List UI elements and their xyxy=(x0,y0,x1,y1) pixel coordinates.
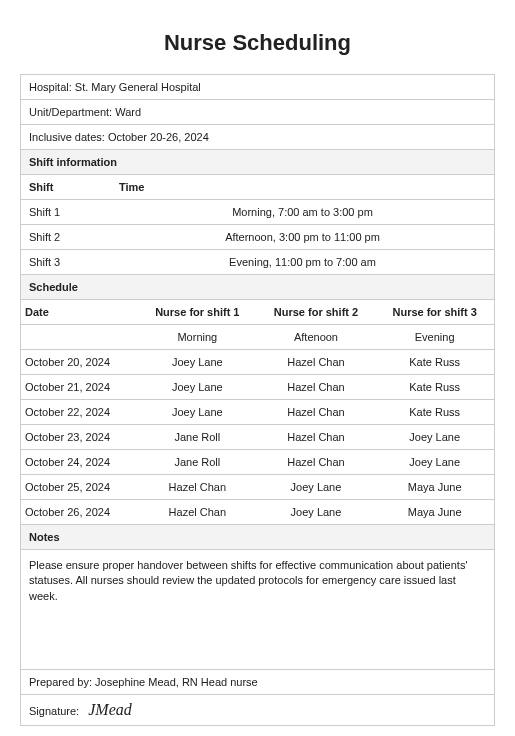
hospital-row: Hospital: St. Mary General Hospital xyxy=(21,75,494,100)
shift-info-table: Shift Time Shift 1 Morning, 7:00 am to 3… xyxy=(21,175,494,275)
nurse1-cell: Joey Lane xyxy=(138,350,257,375)
hospital-label: Hospital: xyxy=(29,81,72,93)
date-cell: October 21, 2024 xyxy=(21,375,138,400)
date-cell: October 25, 2024 xyxy=(21,475,138,500)
date-cell: October 22, 2024 xyxy=(21,400,138,425)
nurse1-cell: Jane Roll xyxy=(138,450,257,475)
sub-evening: Evening xyxy=(375,325,494,350)
unit-row: Unit/Department: Ward xyxy=(21,100,494,125)
form-container: Hospital: St. Mary General Hospital Unit… xyxy=(20,74,495,726)
unit-label: Unit/Department: xyxy=(29,106,112,118)
nurse1-cell: Hazel Chan xyxy=(138,500,257,525)
nurse2-cell: Hazel Chan xyxy=(257,350,376,375)
empty-cell xyxy=(21,325,138,350)
nurse1-cell: Joey Lane xyxy=(138,400,257,425)
nurse2-cell: Hazel Chan xyxy=(257,450,376,475)
nurse3-cell: Maya June xyxy=(375,500,494,525)
col-nurse2: Nurse for shift 2 xyxy=(257,300,376,325)
nurse3-cell: Joey Lane xyxy=(375,425,494,450)
nurse3-cell: Kate Russ xyxy=(375,400,494,425)
notes-header: Notes xyxy=(21,525,494,550)
table-row: October 24, 2024 Jane Roll Hazel Chan Jo… xyxy=(21,450,494,475)
nurse1-cell: Jane Roll xyxy=(138,425,257,450)
notes-text: Please ensure proper handover between sh… xyxy=(21,550,494,670)
sub-afternoon: Aftenoon xyxy=(257,325,376,350)
nurse2-cell: Joey Lane xyxy=(257,475,376,500)
signature-value: JMead xyxy=(88,701,132,718)
nurse1-cell: Hazel Chan xyxy=(138,475,257,500)
table-row: Shift 3 Evening, 11:00 pm to 7:00 am xyxy=(21,250,494,275)
nurse3-cell: Kate Russ xyxy=(375,375,494,400)
shift-info-header: Shift information xyxy=(21,150,494,175)
time-cell: Evening, 11:00 pm to 7:00 am xyxy=(111,250,494,275)
time-cell: Morning, 7:00 am to 3:00 pm xyxy=(111,200,494,225)
schedule-header: Schedule xyxy=(21,275,494,300)
time-cell: Afternoon, 3:00 pm to 11:00 pm xyxy=(111,225,494,250)
date-cell: October 23, 2024 xyxy=(21,425,138,450)
table-row: Shift 2 Afternoon, 3:00 pm to 11:00 pm xyxy=(21,225,494,250)
dates-label: Inclusive dates: xyxy=(29,131,105,143)
shift-cell: Shift 1 xyxy=(21,200,111,225)
page-title: Nurse Scheduling xyxy=(20,30,495,56)
table-row: October 23, 2024 Jane Roll Hazel Chan Jo… xyxy=(21,425,494,450)
date-cell: October 20, 2024 xyxy=(21,350,138,375)
col-time: Time xyxy=(111,175,494,200)
signature-row: Signature: JMead xyxy=(21,695,494,725)
hospital-value: St. Mary General Hospital xyxy=(75,81,201,93)
schedule-table: Date Nurse for shift 1 Nurse for shift 2… xyxy=(21,300,494,525)
date-cell: October 24, 2024 xyxy=(21,450,138,475)
nurse3-cell: Joey Lane xyxy=(375,450,494,475)
sub-morning: Morning xyxy=(138,325,257,350)
prepared-by-label: Prepared by: xyxy=(29,676,92,688)
nurse2-cell: Hazel Chan xyxy=(257,375,376,400)
dates-row: Inclusive dates: October 20-26, 2024 xyxy=(21,125,494,150)
col-date: Date xyxy=(21,300,138,325)
nurse2-cell: Joey Lane xyxy=(257,500,376,525)
table-row: October 26, 2024 Hazel Chan Joey Lane Ma… xyxy=(21,500,494,525)
date-cell: October 26, 2024 xyxy=(21,500,138,525)
nurse1-cell: Joey Lane xyxy=(138,375,257,400)
nurse2-cell: Hazel Chan xyxy=(257,425,376,450)
shift-cell: Shift 2 xyxy=(21,225,111,250)
table-row: October 20, 2024 Joey Lane Hazel Chan Ka… xyxy=(21,350,494,375)
nurse3-cell: Maya June xyxy=(375,475,494,500)
col-nurse1: Nurse for shift 1 xyxy=(138,300,257,325)
prepared-by-row: Prepared by: Josephine Mead, RN Head nur… xyxy=(21,670,494,695)
nurse2-cell: Hazel Chan xyxy=(257,400,376,425)
col-shift: Shift xyxy=(21,175,111,200)
unit-value: Ward xyxy=(115,106,141,118)
shift-cell: Shift 3 xyxy=(21,250,111,275)
prepared-by-value: Josephine Mead, RN Head nurse xyxy=(95,676,258,688)
dates-value: October 20-26, 2024 xyxy=(108,131,209,143)
col-nurse3: Nurse for shift 3 xyxy=(375,300,494,325)
table-row: Shift 1 Morning, 7:00 am to 3:00 pm xyxy=(21,200,494,225)
nurse3-cell: Kate Russ xyxy=(375,350,494,375)
table-row: October 22, 2024 Joey Lane Hazel Chan Ka… xyxy=(21,400,494,425)
signature-label: Signature: xyxy=(29,705,79,717)
table-row: October 21, 2024 Joey Lane Hazel Chan Ka… xyxy=(21,375,494,400)
table-row: October 25, 2024 Hazel Chan Joey Lane Ma… xyxy=(21,475,494,500)
